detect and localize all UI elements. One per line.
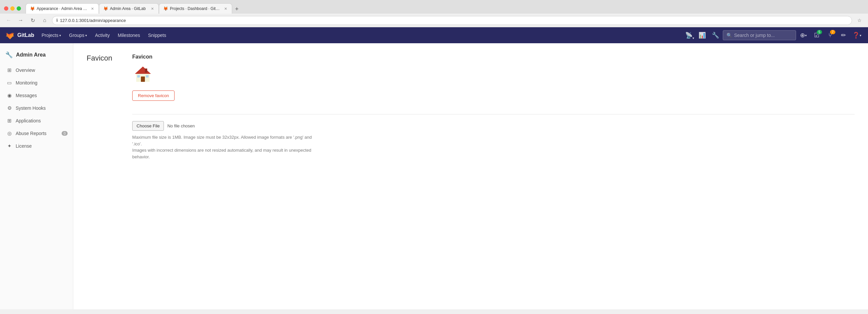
projects-chevron-icon: ▾ [59, 34, 61, 37]
sidebar-item-system-hooks-label: System Hooks [16, 105, 45, 111]
nav-groups[interactable]: Groups ▾ [66, 27, 90, 43]
bookmark-button[interactable]: ☆ [855, 15, 864, 25]
gitlab-wordmark: GitLab [17, 32, 34, 38]
sidebar-item-overview-label: Overview [16, 68, 35, 73]
no-file-chosen-text: No file chosen [167, 124, 194, 129]
sidebar-item-license[interactable]: ✦ License [0, 140, 73, 152]
messages-icon: ◉ [6, 93, 12, 99]
tabs-bar: 🦊 Appearance · Admin Area · Git ✕ 🦊 Admi… [26, 3, 864, 14]
choose-file-button[interactable]: Choose File [132, 121, 164, 131]
main-layout: 🔧 Admin Area ⊞ Overview ▭ Monitoring ◉ M… [0, 43, 868, 309]
license-icon: ✦ [6, 143, 12, 149]
nav-search-bar[interactable]: 🔍 Search or jump to... [723, 30, 796, 40]
favicon-title: Favicon [132, 54, 855, 60]
search-icon: 🔍 [726, 33, 732, 38]
svg-marker-0 [135, 67, 151, 74]
nav-new-button[interactable]: ⊕ ▾ [797, 27, 809, 43]
sidebar-item-messages-label: Messages [16, 93, 37, 98]
nav-merge-request-button[interactable]: ⑂ 7 [824, 27, 836, 43]
wrench-icon: 🔧 [712, 32, 719, 39]
browser-tab-3[interactable]: 🦊 Projects · Dashboard · GitLab ✕ [159, 3, 232, 14]
sidebar-item-applications-label: Applications [16, 118, 41, 124]
sidebar-header: 🔧 Admin Area [0, 48, 73, 64]
tab-favicon-3: 🦊 [163, 6, 168, 11]
abuse-reports-badge: 0 [62, 131, 68, 136]
address-bar[interactable]: ℹ 127.0.0.1:3001/admin/appearance [52, 16, 852, 25]
sidebar-item-abuse-reports[interactable]: ◎ Abuse Reports 0 [0, 127, 73, 140]
gitlab-navbar: GitLab Projects ▾ Groups ▾ Activity Mile… [0, 27, 868, 43]
abuse-reports-icon: ◎ [6, 130, 12, 136]
back-button[interactable]: ← [4, 15, 13, 25]
upload-hint-line2: Images with incorrect dimensions are not… [132, 148, 311, 159]
svg-rect-4 [137, 75, 140, 77]
nav-chart-button[interactable]: 📊 [696, 27, 708, 43]
new-chevron-icon: ▾ [805, 34, 807, 37]
nav-broadcast-button[interactable]: 📡 ▾ [683, 27, 695, 43]
sidebar-item-messages[interactable]: ◉ Messages [0, 89, 73, 102]
nav-wrench-button[interactable]: 🔧 [709, 27, 721, 43]
sidebar-item-abuse-reports-label: Abuse Reports [16, 131, 46, 136]
broadcast-chevron-icon: ▾ [692, 36, 694, 40]
broadcast-icon: 📡 [685, 32, 692, 39]
browser-tab-2[interactable]: 🦊 Admin Area · GitLab ✕ [99, 3, 159, 14]
tab-close-1[interactable]: ✕ [90, 6, 95, 11]
upload-hint-line1: Maximum file size is 1MB. Image size mus… [132, 135, 312, 146]
maximize-traffic-light[interactable] [17, 6, 21, 11]
admin-sidebar: 🔧 Admin Area ⊞ Overview ▭ Monitoring ◉ M… [0, 43, 73, 309]
nav-projects[interactable]: Projects ▾ [38, 27, 65, 43]
sidebar-title: Admin Area [16, 52, 45, 58]
browser-titlebar: 🦊 Appearance · Admin Area · Git ✕ 🦊 Admi… [0, 0, 868, 14]
address-text: 127.0.0.1:3001/admin/appearance [60, 18, 848, 23]
nav-edit-button[interactable]: ✏ [837, 27, 849, 43]
sidebar-item-license-label: License [16, 143, 32, 149]
browser-frame: 🦊 Appearance · Admin Area · Git ✕ 🦊 Admi… [0, 0, 868, 27]
forward-button[interactable]: → [16, 15, 25, 25]
browser-toolbar: ← → ↻ ⌂ ℹ 127.0.0.1:3001/admin/appearanc… [0, 14, 868, 27]
nav-snippets[interactable]: Snippets [145, 27, 169, 43]
home-button[interactable]: ⌂ [40, 15, 49, 25]
nav-help-button[interactable]: ❓ ▾ [851, 27, 863, 43]
close-traffic-light[interactable] [4, 6, 8, 11]
nav-milestones[interactable]: Milestones [115, 27, 144, 43]
sidebar-item-monitoring[interactable]: ▭ Monitoring [0, 76, 73, 89]
tab-favicon-2: 🦊 [103, 6, 108, 11]
favicon-section-label: Favicon [87, 54, 112, 160]
todo-badge: 5 [817, 30, 822, 34]
merge-request-badge: 7 [830, 30, 835, 34]
edit-icon: ✏ [841, 32, 846, 39]
file-upload-row: Choose File No file chosen [132, 121, 855, 131]
section-divider [132, 114, 855, 114]
monitoring-icon: ▭ [6, 80, 12, 86]
tab-title-1: Appearance · Admin Area · Git [37, 6, 88, 11]
groups-chevron-icon: ▾ [85, 34, 87, 37]
sidebar-item-applications[interactable]: ⊞ Applications [0, 114, 73, 127]
nav-activity[interactable]: Activity [92, 27, 113, 43]
nav-todo-button[interactable]: ☑ 5 [811, 27, 823, 43]
gitlab-fox-icon [5, 31, 14, 40]
admin-wrench-icon: 🔧 [5, 51, 13, 59]
browser-tab-1[interactable]: 🦊 Appearance · Admin Area · Git ✕ [26, 3, 99, 14]
favicon-content: Favicon [132, 54, 855, 160]
traffic-lights [4, 6, 21, 11]
lock-icon: ℹ [56, 18, 58, 23]
upload-hint: Maximum file size is 1MB. Image size mus… [132, 134, 319, 160]
new-tab-button[interactable]: + [232, 4, 242, 14]
help-chevron-icon: ▾ [860, 34, 861, 37]
help-icon: ❓ [852, 32, 860, 39]
sidebar-item-system-hooks[interactable]: ⚙ System Hooks [0, 102, 73, 114]
svg-rect-1 [145, 69, 147, 72]
sidebar-item-monitoring-label: Monitoring [16, 80, 37, 85]
system-hooks-icon: ⚙ [6, 105, 12, 111]
remove-favicon-button[interactable]: Remove favicon [132, 91, 175, 101]
gitlab-logo[interactable]: GitLab [5, 31, 34, 40]
plus-icon: ⊕ [800, 32, 805, 39]
reload-button[interactable]: ↻ [28, 15, 37, 25]
minimize-traffic-light[interactable] [10, 6, 14, 11]
chart-icon: 📊 [699, 32, 706, 39]
tab-close-3[interactable]: ✕ [223, 6, 228, 11]
tab-close-2[interactable]: ✕ [150, 6, 155, 11]
sidebar-item-overview[interactable]: ⊞ Overview [0, 64, 73, 76]
applications-icon: ⊞ [6, 118, 12, 124]
tab-favicon-1: 🦊 [30, 6, 35, 11]
svg-rect-5 [146, 75, 149, 77]
